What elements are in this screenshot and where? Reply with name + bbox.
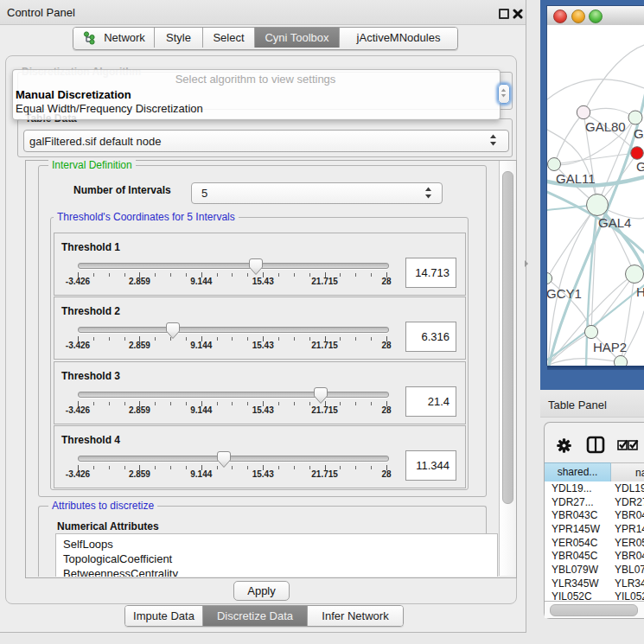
svg-text:GAL11: GAL11 bbox=[556, 171, 596, 186]
svg-text:H: H bbox=[636, 284, 644, 299]
svg-text:GCY1: GCY1 bbox=[547, 286, 582, 301]
svg-text:HAP2: HAP2 bbox=[593, 340, 627, 354]
svg-text:GAL80: GAL80 bbox=[585, 119, 626, 134]
svg-text:GAL4: GAL4 bbox=[598, 215, 631, 230]
svg-text:GC: GC bbox=[636, 159, 644, 174]
svg-text:GA: GA bbox=[634, 126, 644, 141]
